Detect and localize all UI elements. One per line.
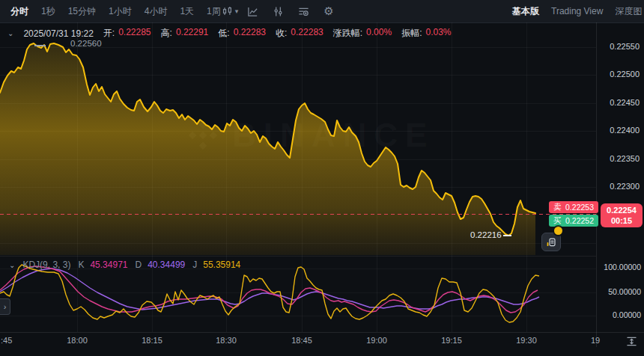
high-price-label: 0.22560: [70, 39, 102, 48]
tab-4h[interactable]: 4小时: [145, 5, 168, 18]
tab-15m[interactable]: 15分钟: [68, 5, 96, 18]
kdj-d-line: [0, 268, 539, 310]
gridline: [152, 22, 153, 332]
ohlc-change: 涨跌幅:0.00%: [333, 27, 392, 40]
price-axis-label: 0.22350: [596, 154, 640, 163]
tab-tradingview[interactable]: Trading View: [551, 6, 603, 16]
kdj-j-line: [0, 265, 539, 322]
current-point-dot: [554, 227, 562, 235]
collapse-chevron-icon[interactable]: ⌄: [7, 29, 13, 37]
gridline: [452, 22, 452, 332]
last-price-value: 0.22254: [607, 205, 637, 215]
gridline: [0, 159, 596, 160]
indicators-icon[interactable]: [272, 5, 284, 17]
tab-1h[interactable]: 1小时: [109, 5, 132, 18]
ohlc-high: 高:0.22291: [161, 27, 209, 40]
ohlc-amplitude: 振幅:0.03%: [401, 27, 451, 40]
watermark-text: BINANCE: [232, 117, 434, 154]
kdj-header: ⌄ KDJ(9, 3, 3) K45.34971 D40.34499 J55.3…: [9, 260, 240, 270]
gridline: [226, 22, 227, 332]
chart-mode-tabs: 基本版 Trading View 深度图: [512, 0, 642, 22]
gridline: [0, 292, 596, 293]
interval-tabs: 分时 1秒 15分钟 1小时 4小时 1天 1周 ▾: [0, 5, 238, 18]
settings-gear-icon[interactable]: ⚙: [323, 5, 335, 17]
gridline: [0, 75, 596, 76]
ohlc-low: 低:0.22283: [218, 27, 266, 40]
price-axis-label: 0.22450: [596, 98, 640, 107]
tab-depth-chart[interactable]: 深度图: [615, 5, 642, 18]
sell-label: 卖: [553, 202, 562, 212]
kdj-title: KDJ(9, 3, 3): [22, 260, 70, 270]
toolbar-icon-group: ⚙: [221, 0, 335, 22]
buy-price: 0.22252: [565, 216, 594, 225]
trading-chart-window: 分时 1秒 15分钟 1小时 4小时 1天 1周 ▾: [0, 0, 644, 356]
kdj-j-value: J55.35914: [192, 260, 240, 270]
ohlc-open: 开:0.22285: [103, 27, 151, 40]
gridline: [0, 103, 596, 104]
buy-label: 买: [553, 215, 562, 226]
kdj-axis-label: 50.00000: [595, 287, 641, 296]
price-axis-label: 0.22500: [596, 70, 640, 79]
time-axis-separator: [0, 332, 644, 333]
gridline: [77, 22, 78, 332]
price-axis-label: 0.22550: [596, 42, 640, 51]
time-axis-label: 18:30: [216, 336, 237, 345]
buy-price-badge[interactable]: 买 0.22252: [549, 215, 598, 227]
tab-1d[interactable]: 1天: [180, 5, 194, 18]
ohlc-close: 收:0.22283: [276, 27, 323, 40]
low-marker-line: [503, 235, 511, 236]
gridline: [302, 22, 303, 332]
line-chart-icon[interactable]: [246, 5, 258, 17]
price-scale-reset-icon[interactable]: [625, 334, 638, 348]
price-chart-plot[interactable]: [0, 0, 644, 356]
ohlc-info-bar: ⌄ 2025/07/31 19:22 开:0.22285 高:0.22291 低…: [7, 27, 452, 40]
gridline: [0, 316, 596, 316]
gridline: [377, 22, 377, 332]
tab-basic-version[interactable]: 基本版: [512, 5, 539, 18]
time-axis-label: 18:45: [291, 336, 312, 345]
kdj-axis-label: 100.00000: [595, 263, 641, 271]
panel-separator: [0, 256, 596, 257]
candlestick-chart-icon[interactable]: [221, 5, 233, 17]
binance-logo-icon: [186, 118, 220, 153]
tab-time-share[interactable]: 分时: [10, 5, 28, 18]
time-axis-label: 19:15: [441, 336, 462, 345]
ohlc-datetime: 2025/07/31 19:22: [23, 28, 93, 39]
sell-price: 0.22253: [565, 203, 594, 212]
time-axis-label: 18:15: [142, 336, 162, 345]
gridline: [526, 22, 527, 332]
binance-watermark: BINANCE: [186, 117, 434, 154]
price-axis-label: 0.22300: [596, 182, 640, 191]
price-axis-label: 0.22400: [596, 126, 640, 135]
tab-1s[interactable]: 1秒: [41, 5, 55, 18]
kdj-k-value: K45.34971: [78, 260, 127, 270]
tab-1w[interactable]: 1周: [207, 5, 221, 18]
time-axis-label: 19:30: [516, 336, 537, 345]
candle-countdown: 00:15: [611, 215, 632, 226]
gridline: [0, 187, 596, 188]
time-axis-label: :45: [1, 336, 12, 345]
time-axis-label: 18:00: [67, 336, 88, 345]
kdj-axis-label: 0.00000: [595, 310, 641, 319]
high-marker-line: [34, 45, 46, 46]
low-price-label: 0.22216: [470, 230, 502, 239]
last-price-badge[interactable]: 0.22254 00:15: [601, 203, 643, 227]
kdj-collapse-chevron-icon[interactable]: ⌄: [9, 261, 15, 269]
chart-style-list-icon[interactable]: [297, 5, 309, 17]
kdj-d-value: D40.34499: [136, 260, 186, 270]
time-axis-label: 19:00: [366, 336, 387, 345]
gridline: [0, 243, 596, 244]
order-panel-icon[interactable]: [541, 233, 561, 251]
kdj-k-line: [0, 266, 538, 313]
chart-toolbar: 分时 1秒 15分钟 1小时 4小时 1天 1周 ▾: [0, 0, 644, 23]
panel-expander-button[interactable]: ›: [0, 298, 10, 315]
time-axis-label: 19: [591, 336, 600, 345]
sell-price-badge[interactable]: 卖 0.22253: [549, 201, 598, 213]
